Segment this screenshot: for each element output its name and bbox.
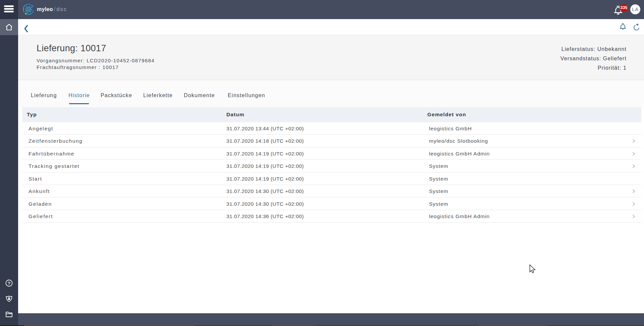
svg-text:?: ? xyxy=(8,281,10,286)
